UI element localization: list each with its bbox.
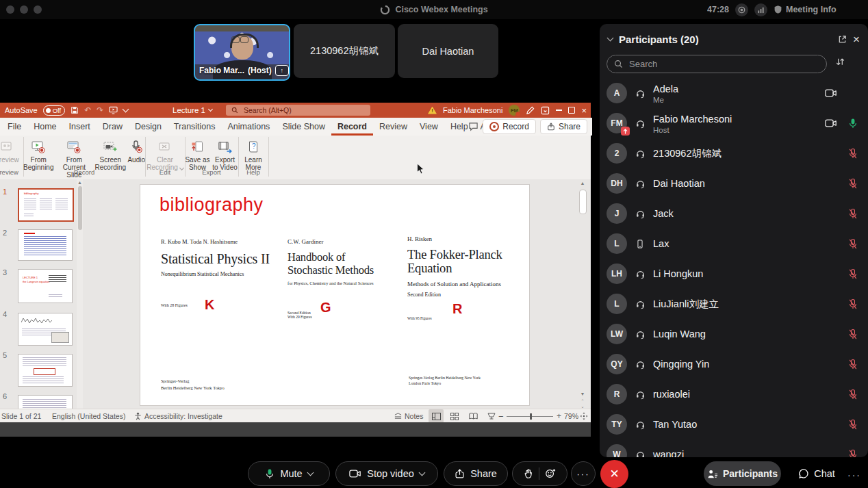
participant-row[interactable]: R ruxiaolei (600, 379, 868, 409)
save-as-show-button[interactable]: Save as Show (185, 137, 210, 171)
previous-slide-button[interactable]: ⌃ (578, 398, 587, 403)
scroll-up-arrow[interactable]: ▲ (77, 180, 83, 185)
video-tile[interactable]: Dai Haotian (398, 24, 498, 78)
participants-search-input[interactable] (628, 58, 802, 70)
mute-options-chevron[interactable] (307, 470, 314, 476)
mic-status[interactable] (846, 268, 860, 280)
mic-status[interactable] (846, 238, 860, 250)
ribbon-tab[interactable]: Design (129, 122, 168, 136)
ribbon-tab[interactable]: View (413, 122, 444, 136)
meeting-info-button[interactable]: Meeting Info (774, 5, 837, 14)
minimize-button[interactable] (556, 110, 562, 111)
clear-recording-button[interactable]: Clear Recording (145, 137, 185, 171)
participant-row[interactable]: L Lax (600, 229, 868, 259)
collapse-panel-chevron[interactable] (607, 35, 614, 42)
participant-row[interactable]: L LiuJianli刘建立 (600, 289, 868, 319)
zoom-in-button[interactable]: + (557, 409, 561, 423)
mic-status[interactable] (846, 419, 860, 431)
video-tile-active-speaker[interactable]: Fabio Mar... (Host) ↑ (194, 24, 290, 81)
mute-button[interactable]: Mute (248, 461, 330, 486)
scroll-down-arrow[interactable]: ▼ (578, 391, 587, 396)
more-options-button[interactable]: ··· (571, 461, 596, 486)
inking-button[interactable] (526, 106, 535, 115)
slide-thumbnail-6[interactable] (18, 395, 73, 409)
language-status[interactable]: English (United States) (52, 409, 125, 423)
next-slide-button[interactable]: ⌄ (578, 404, 587, 409)
leave-meeting-button[interactable]: ✕ (600, 460, 628, 488)
ribbon-tab[interactable]: Transitions (168, 122, 222, 136)
mic-status[interactable] (846, 178, 860, 190)
fit-slide-button[interactable] (580, 409, 588, 423)
preview-button[interactable]: Preview (0, 137, 19, 164)
restore-button[interactable] (568, 107, 575, 114)
comments-button[interactable] (468, 122, 478, 131)
ribbon-tab[interactable]: Slide Show (276, 122, 331, 136)
slide-thumbnail-3[interactable]: LECTURE 1 the Langevin equation (18, 269, 73, 303)
notes-toggle[interactable]: Notes (394, 409, 423, 423)
export-to-video-button[interactable]: Export to Video (212, 137, 238, 171)
record-button[interactable]: Record (483, 119, 536, 134)
customize-qat-chevron[interactable] (123, 106, 129, 113)
warning-icon[interactable]: ! (428, 107, 437, 114)
thumbnail-scrollbar[interactable]: ▲ (77, 179, 83, 409)
ribbon-display-options-button[interactable] (541, 106, 550, 115)
slide-counter[interactable]: Slide 1 of 21 (1, 409, 41, 423)
raise-hand-button[interactable] (524, 468, 533, 479)
ribbon-tab[interactable]: Insert (63, 122, 97, 136)
pop-out-panel-button[interactable] (838, 35, 847, 44)
share-content-button[interactable]: Share (444, 461, 508, 486)
participant-row[interactable]: TY Tan Yutao (600, 409, 868, 439)
more-panels-button[interactable]: ··· (847, 470, 861, 480)
scrollbar-thumb[interactable] (78, 186, 82, 230)
video-tile[interactable]: 2130962胡锦斌 (294, 24, 395, 78)
participant-row[interactable]: DH Dai Haotian (600, 168, 868, 198)
connection-stats-button[interactable] (754, 3, 767, 16)
document-title[interactable]: Lecture 1 (173, 103, 212, 118)
ribbon-tab[interactable]: Home (27, 122, 62, 136)
slideshow-view-button[interactable] (484, 409, 499, 423)
ribbon-tab[interactable]: Draw (97, 122, 129, 136)
learn-more-button[interactable]: ? Learn More (238, 137, 268, 171)
recording-indicator-button[interactable] (735, 3, 748, 16)
save-button[interactable] (71, 106, 79, 114)
mic-status[interactable] (846, 148, 860, 159)
accessibility-status[interactable]: Accessibility: Investigate (134, 409, 222, 423)
zoom-level[interactable]: 79% (564, 409, 578, 423)
participants-toggle-button[interactable]: Participants (704, 461, 781, 486)
share-button[interactable]: Share (540, 119, 587, 134)
reactions-button[interactable] (545, 468, 556, 479)
audio-button[interactable]: Audio (127, 137, 145, 164)
close-button[interactable]: × (581, 106, 587, 115)
sort-participants-button[interactable] (835, 57, 845, 67)
ribbon-tab[interactable]: File (1, 122, 27, 136)
mic-status[interactable] (846, 449, 860, 458)
participant-row[interactable]: LW Luqin Wang (600, 319, 868, 349)
ppt-search-box[interactable] (226, 105, 370, 116)
mic-status[interactable] (846, 329, 860, 340)
participant-row[interactable]: 2 2130962胡锦斌 (600, 138, 868, 168)
mic-status[interactable] (846, 118, 860, 129)
participant-row[interactable]: J Jack (600, 198, 868, 229)
participant-row[interactable]: W wangzi (600, 439, 868, 457)
mic-status[interactable] (846, 359, 860, 370)
slide-thumbnail-5[interactable] (18, 354, 73, 387)
slide-thumbnail-1[interactable]: bibliography (18, 188, 74, 222)
undo-button[interactable]: ↶ (84, 105, 91, 115)
ppt-search-input[interactable] (242, 105, 348, 115)
participant-row[interactable]: A Adela Me (600, 78, 868, 108)
participants-search-box[interactable] (607, 55, 827, 73)
mic-status[interactable] (846, 208, 860, 220)
mic-status[interactable] (846, 298, 860, 310)
zoom-slider[interactable] (507, 416, 553, 417)
account-avatar[interactable]: FM (509, 105, 520, 116)
slide-thumbnail-4[interactable] (18, 313, 73, 346)
participant-row[interactable]: LH Li Hongkun (600, 259, 868, 289)
slide-sorter-view-button[interactable] (447, 409, 462, 423)
reading-view-button[interactable] (465, 409, 481, 423)
slide-thumbnail-2[interactable] (18, 229, 73, 261)
close-panel-button[interactable]: × (853, 34, 860, 45)
redo-button[interactable]: ↷ (97, 105, 103, 115)
video-options-chevron[interactable] (418, 470, 425, 476)
chat-toggle-button[interactable]: Chat (789, 461, 845, 486)
ribbon-tab[interactable]: Animations (222, 122, 277, 136)
